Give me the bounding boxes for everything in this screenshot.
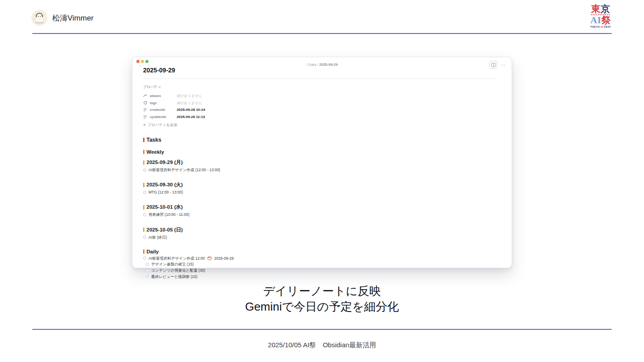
heading-bar [143,160,144,165]
task-item: AI祭登壇資料デザイン作成 12:00 2025-09-29 [143,256,497,261]
note-title: 2025-09-29 [143,67,497,74]
heading-tasks: Tasks [143,137,497,143]
property-value[interactable]: 2025-09-28 10:24 [177,108,205,112]
heading-bar [143,249,144,254]
title-divider [143,78,497,79]
avatar [31,10,47,26]
task-checkbox[interactable] [146,263,149,266]
task-text: 発表練習 (10:00 - 11:00) [148,212,190,217]
task-text: MTG (12:00 - 13:00) [148,190,183,194]
heading-bar [143,138,144,142]
add-property-button[interactable]: + プロパティを追加 [143,122,497,127]
task-text: AI祭 (終日) [148,235,167,240]
task-item: AI祭 (終日) [143,235,497,240]
task-checkbox[interactable] [143,191,146,194]
property-name: createdAt [150,108,177,112]
logo-kanji-bottom: AI祭 [589,16,613,25]
calendar-icon [208,256,212,260]
heading-daily: Daily [143,249,497,254]
task-checkbox[interactable] [146,269,149,272]
heading-bar [143,227,144,232]
properties-heading: プロパティ [143,84,497,89]
property-value[interactable]: 2025-09-28 11:13 [177,115,205,119]
task-item: MTG (12:00 - 13:00) [143,190,497,194]
heading-bar [143,205,144,210]
alias-arrow-icon [143,94,147,98]
heading-date: 2025-10-01 (水) [143,204,497,210]
task-checkbox[interactable] [143,236,146,239]
task-item: 最終レビューと微調整 (15) [146,274,497,279]
task-item: 発表練習 (10:00 - 11:00) [143,212,497,217]
task-text: 最終レビューと微調整 (15) [151,274,197,279]
obsidian-window: ← → / Daily / 2025-09-29 ⋯ 2025-09-29 プロ… [132,57,512,268]
logo-caption: TOKYO AI FEST [589,26,613,29]
tokyo-ai-fest-logo: 東京 AI祭 TOKYO AI FEST [589,4,613,29]
caption-line-1: デイリーノートに反映 [0,283,644,299]
task-date: 2025-09-29 [214,256,233,261]
task-checkbox[interactable] [146,275,149,278]
task-item: デザイン基盤の確立 (15) [146,262,497,266]
property-row: createdAt 2025-09-28 10:24 [143,106,497,114]
task-checkbox[interactable] [143,257,146,260]
property-row: updatedAt 2025-09-28 11:13 [143,114,497,121]
property-name: aliases [150,94,177,98]
heading-bar [143,150,144,154]
add-property-label: プロパティを追加 [148,122,177,127]
task-checkbox[interactable] [143,213,146,216]
property-name: tags [150,101,177,105]
heading-weekly: Weekly [143,149,497,155]
footer-text: 2025/10/05 AI祭 Obsidian最新活用 [0,341,644,349]
heading-bar [143,183,144,187]
caption-line-2: Geminiで今日の予定を細分化 [0,299,644,315]
plus-icon: + [143,123,146,127]
task-checkbox[interactable] [143,168,146,172]
text-lines-icon [143,115,147,119]
task-item: AI祭登壇資料デザイン作成 (12:00 - 13:00) [143,168,497,172]
task-text: デザイン基盤の確立 (15) [151,262,194,266]
heading-date: 2025-09-30 (火) [143,181,497,188]
profile-name: 松濤Vimmer [52,13,93,23]
heading-date: 2025-09-29 (月) [143,159,497,166]
logo-kanji-top: 東京 [589,4,613,14]
property-row: tags 値がありません [143,100,497,107]
property-row: aliases 値がありません [143,93,497,100]
task-text: コンテンツの視覚化と配置 (30) [151,268,205,273]
text-lines-icon [143,108,147,112]
property-name: updatedAt [150,115,177,119]
tag-icon [143,101,147,105]
task-text: AI祭登壇資料デザイン作成 12:00 [148,256,205,261]
property-value[interactable]: 値がありません [177,93,202,98]
task-item: コンテンツの視覚化と配置 (30) [146,268,497,273]
header-divider [32,33,612,34]
property-value[interactable]: 値がありません [177,101,202,105]
properties-table: aliases 値がありません tags 値がありません createdAt 2… [143,93,497,120]
task-text: AI祭登壇資料デザイン作成 (12:00 - 13:00) [148,168,220,172]
slide-caption: デイリーノートに反映 Geminiで今日の予定を細分化 [0,283,644,315]
footer-divider [32,329,612,330]
profile: 松濤Vimmer [31,10,93,26]
heading-date: 2025-10-05 (日) [143,227,497,233]
